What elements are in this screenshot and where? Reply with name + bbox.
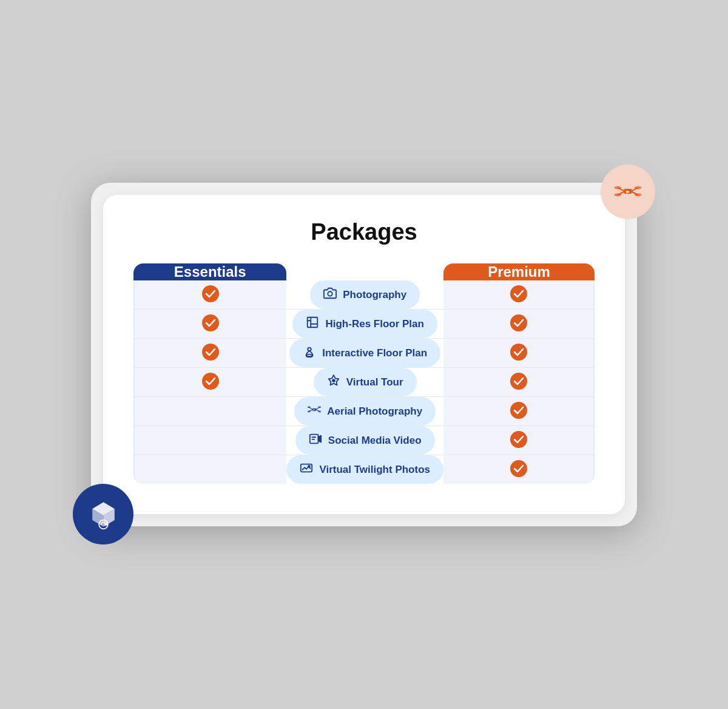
- essentials-check-interactive-floor-plan: [133, 339, 286, 368]
- feature-cell-virtual-tour: Virtual Tour: [286, 368, 443, 397]
- feature-row-high-res-floor-plan: High-Res Floor Plan: [133, 310, 595, 339]
- virtual-tour-icon: [327, 374, 340, 390]
- svg-rect-19: [308, 317, 318, 328]
- check-mark: [510, 372, 528, 390]
- svg-point-23: [510, 314, 527, 331]
- check-mark: [510, 285, 528, 303]
- feature-label-virtual-tour: Virtual Tour: [346, 376, 403, 388]
- check-mark: [510, 460, 528, 478]
- feature-pill-high-res-floor-plan: High-Res Floor Plan: [292, 310, 437, 338]
- check-mark: [201, 314, 220, 332]
- feature-pill-social-media-video: Social Media Video: [295, 426, 435, 455]
- center-header: [286, 263, 443, 280]
- interactive-icon: [303, 345, 316, 361]
- svg-point-8: [635, 194, 642, 197]
- feature-label-virtual-twilight-photos: Virtual Twilight Photos: [319, 464, 430, 476]
- premium-check-social-media-video: [443, 426, 595, 455]
- feature-row-social-media-video: Social Media Video: [133, 426, 595, 455]
- essentials-header: Essentials: [133, 263, 286, 280]
- feature-pill-virtual-tour: Virtual Tour: [314, 368, 417, 396]
- feature-label-photography: Photography: [343, 289, 406, 301]
- feature-label-social-media-video: Social Media Video: [328, 435, 422, 447]
- svg-point-29: [332, 379, 335, 382]
- drone-icon: [308, 403, 321, 419]
- svg-point-24: [202, 344, 219, 361]
- feature-cell-virtual-twilight-photos: Virtual Twilight Photos: [286, 455, 443, 484]
- svg-point-27: [510, 344, 527, 361]
- feature-pill-photography: Photography: [310, 280, 420, 309]
- feature-cell-social-media-video: Social Media Video: [286, 426, 443, 455]
- outer-container: Packages Essentials Premium: [91, 183, 637, 526]
- check-mark: [201, 285, 220, 303]
- svg-point-26: [307, 354, 312, 357]
- box-icon: [87, 498, 120, 531]
- drone-icon: [613, 177, 643, 207]
- feature-label-aerial-photography: Aerial Photography: [327, 405, 422, 418]
- feature-label-interactive-floor-plan: Interactive Floor Plan: [322, 347, 427, 359]
- header-row: Essentials Premium: [133, 263, 595, 280]
- check-mark: [510, 314, 528, 332]
- check-mark: [510, 343, 528, 361]
- premium-check-high-res-floor-plan: [443, 310, 595, 339]
- feature-row-photography: Photography: [133, 280, 595, 310]
- premium-check-aerial-photography: [443, 397, 595, 426]
- premium-header: Premium: [443, 263, 595, 280]
- check-mark: [510, 401, 528, 419]
- svg-point-7: [615, 194, 622, 197]
- check-mark: [510, 430, 528, 449]
- premium-check-photography: [443, 280, 595, 310]
- svg-point-49: [510, 460, 527, 477]
- premium-check-virtual-tour: [443, 368, 595, 397]
- feature-row-virtual-tour: Virtual Tour: [133, 368, 595, 397]
- feature-pill-aerial-photography: Aerial Photography: [294, 397, 436, 426]
- svg-point-41: [510, 402, 527, 419]
- box-badge: [73, 484, 133, 544]
- check-mark: [201, 343, 220, 361]
- check-mark: [201, 372, 220, 390]
- svg-point-46: [510, 431, 527, 448]
- premium-check-virtual-twilight-photos: [443, 455, 595, 484]
- svg-point-48: [309, 466, 311, 467]
- svg-marker-43: [318, 436, 321, 443]
- svg-point-18: [202, 314, 219, 331]
- twilight-icon: [300, 461, 313, 478]
- essentials-check-high-res-floor-plan: [133, 310, 286, 339]
- page-title: Packages: [133, 219, 595, 245]
- premium-check-interactive-floor-plan: [443, 339, 595, 368]
- feature-row-interactive-floor-plan: Interactive Floor Plan: [133, 339, 595, 368]
- feature-cell-high-res-floor-plan: High-Res Floor Plan: [286, 310, 443, 339]
- main-card: Packages Essentials Premium: [103, 195, 625, 514]
- feature-cell-aerial-photography: Aerial Photography: [286, 397, 443, 426]
- feature-row-aerial-photography: Aerial Photography: [133, 397, 595, 426]
- svg-point-30: [510, 373, 527, 390]
- packages-table: Essentials Premium Photography: [133, 263, 595, 484]
- feature-row-virtual-twilight-photos: Virtual Twilight Photos: [133, 455, 595, 484]
- svg-point-5: [615, 186, 622, 189]
- floor-plan-icon: [306, 316, 319, 332]
- feature-cell-interactive-floor-plan: Interactive Floor Plan: [286, 339, 443, 368]
- essentials-check-virtual-tour: [133, 368, 286, 397]
- essentials-check-photography: [133, 280, 286, 310]
- feature-label-high-res-floor-plan: High-Res Floor Plan: [325, 318, 423, 330]
- svg-point-6: [635, 186, 642, 189]
- svg-point-28: [202, 373, 219, 390]
- svg-point-15: [202, 285, 219, 302]
- feature-pill-interactive-floor-plan: Interactive Floor Plan: [289, 339, 440, 367]
- video-icon: [309, 432, 322, 449]
- essentials-check-social-media-video: [133, 426, 286, 455]
- drone-badge: [601, 165, 655, 219]
- svg-point-16: [328, 291, 332, 296]
- essentials-check-virtual-twilight-photos: [133, 455, 286, 484]
- feature-cell-photography: Photography: [286, 280, 443, 310]
- feature-pill-virtual-twilight-photos: Virtual Twilight Photos: [286, 455, 443, 484]
- camera-icon: [323, 287, 337, 303]
- svg-point-17: [510, 285, 527, 302]
- essentials-check-aerial-photography: [133, 397, 286, 426]
